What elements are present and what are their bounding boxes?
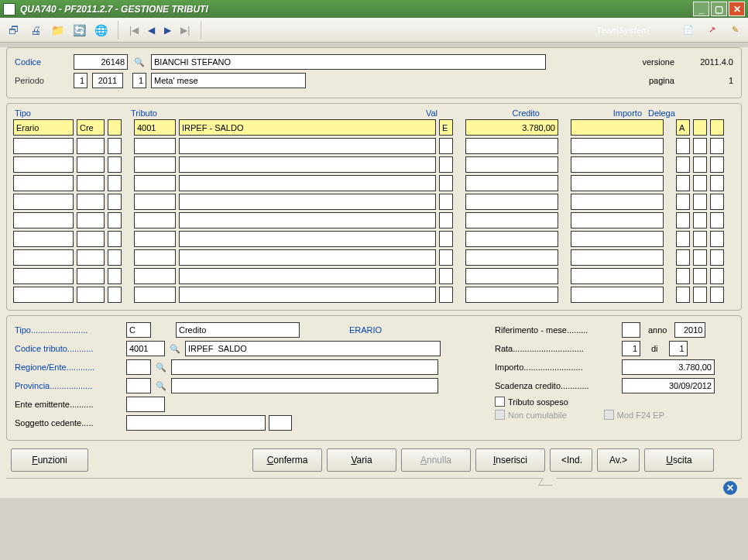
cell-credito[interactable] [465, 156, 558, 173]
cell-del3[interactable] [710, 156, 724, 173]
cell-trib-code[interactable] [134, 156, 176, 173]
av-button[interactable]: Av.> [597, 448, 640, 472]
cell-trib-code[interactable]: 4001 [134, 119, 176, 136]
export-icon[interactable]: ↗ [705, 23, 719, 37]
table-row[interactable] [12, 194, 736, 210]
cell-trib-desc[interactable] [179, 249, 436, 266]
cell-val[interactable]: E [439, 119, 453, 136]
codice-tributo-input[interactable] [126, 341, 165, 356]
cell-credito[interactable] [465, 194, 558, 210]
cell-trib-code[interactable] [134, 194, 176, 210]
table-row[interactable] [12, 212, 736, 228]
provincia-label[interactable]: Provincia.................. [15, 381, 123, 390]
cell-del1[interactable] [676, 138, 690, 154]
cell-tipo1[interactable] [13, 249, 74, 266]
edit-icon[interactable]: ✎ [728, 23, 742, 37]
table-row[interactable]: ErarioCre4001IRPEF - SALDOE3.780,00A [12, 119, 736, 136]
cell-tipo2[interactable] [77, 268, 105, 284]
codice-input[interactable] [74, 54, 128, 70]
cell-val[interactable] [439, 231, 453, 247]
cell-val[interactable] [439, 287, 453, 303]
cell-tipo3[interactable] [108, 156, 122, 173]
soggetto-extra-input[interactable] [269, 415, 292, 431]
cell-del1[interactable] [676, 249, 690, 266]
varia-button[interactable]: Varia [327, 448, 396, 472]
cell-del1[interactable] [676, 156, 690, 173]
cell-credito[interactable] [465, 249, 558, 266]
table-row[interactable] [12, 175, 736, 191]
table-row[interactable] [12, 156, 736, 173]
cell-importo[interactable] [571, 287, 664, 303]
cell-tipo3[interactable] [108, 119, 122, 136]
conferma-button[interactable]: Conferma [252, 448, 322, 472]
cell-tipo1[interactable] [13, 212, 74, 228]
cell-val[interactable] [439, 138, 453, 154]
nav-next-button[interactable]: ▶ [163, 25, 173, 36]
cell-credito[interactable] [465, 268, 558, 284]
cell-del3[interactable] [710, 268, 724, 284]
ente-input[interactable] [126, 397, 165, 412]
cell-del3[interactable] [710, 212, 724, 228]
pdf-icon[interactable]: 📄 [681, 23, 695, 37]
funzioni-button[interactable]: FFunzioniunzioni [11, 448, 88, 472]
codice-label[interactable]: Codice [15, 57, 69, 67]
cell-importo[interactable] [571, 119, 664, 136]
cell-del1[interactable] [676, 231, 690, 247]
cell-trib-desc[interactable] [179, 138, 436, 154]
globe-icon[interactable]: 🌐 [93, 22, 108, 38]
periodo-sub-input[interactable] [132, 73, 146, 88]
regione-label[interactable]: Regione/Ente............ [15, 362, 123, 372]
maximize-button[interactable]: ▢ [711, 2, 727, 16]
table-row[interactable] [12, 138, 736, 154]
cell-del1[interactable] [676, 287, 690, 303]
cell-del2[interactable] [693, 212, 707, 228]
cell-val[interactable] [439, 156, 453, 173]
cell-importo[interactable] [571, 156, 664, 173]
status-close-icon[interactable]: ✕ [723, 481, 737, 495]
cell-importo[interactable] [571, 194, 664, 210]
cell-tipo1[interactable] [13, 268, 74, 284]
cell-credito[interactable] [465, 175, 558, 191]
rif-anno-input[interactable] [674, 322, 705, 338]
cell-del1[interactable] [676, 194, 690, 210]
provincia-input[interactable] [126, 378, 151, 393]
cell-tipo1[interactable] [13, 231, 74, 247]
cell-tipo2[interactable] [77, 138, 105, 154]
print-icon[interactable]: 🖨 [28, 22, 43, 38]
close-button[interactable]: ✕ [729, 2, 745, 16]
cell-del3[interactable] [710, 119, 724, 136]
cell-del2[interactable] [693, 194, 707, 210]
cell-tipo3[interactable] [108, 268, 122, 284]
codice-lookup-icon[interactable]: 🔍 [132, 55, 146, 69]
new-window-icon[interactable]: 🗗 [6, 22, 22, 38]
cell-tipo3[interactable] [108, 231, 122, 247]
rata-tot-input[interactable] [669, 341, 688, 356]
cell-trib-code[interactable] [134, 287, 176, 303]
cell-del1[interactable]: A [676, 119, 690, 136]
cell-del1[interactable] [676, 212, 690, 228]
cell-trib-desc[interactable] [179, 156, 436, 173]
cell-trib-desc[interactable] [179, 212, 436, 228]
cell-tipo2[interactable] [77, 249, 105, 266]
inserisci-button[interactable]: Inserisci [475, 448, 545, 472]
cell-del2[interactable] [693, 175, 707, 191]
cell-del3[interactable] [710, 231, 724, 247]
cell-del2[interactable] [693, 138, 707, 154]
nav-prev-button[interactable]: ◀ [146, 25, 156, 36]
cell-tipo2[interactable] [77, 231, 105, 247]
cell-trib-desc[interactable]: IRPEF - SALDO [179, 119, 436, 136]
cell-trib-desc[interactable] [179, 194, 436, 210]
cell-trib-code[interactable] [134, 231, 176, 247]
cell-tipo2[interactable] [77, 175, 105, 191]
cell-trib-code[interactable] [134, 249, 176, 266]
nav-first-button[interactable]: |◀ [128, 25, 140, 36]
cell-del2[interactable] [693, 268, 707, 284]
cell-tipo2[interactable]: Cre [77, 119, 105, 136]
cell-tipo3[interactable] [108, 194, 122, 210]
cell-val[interactable] [439, 268, 453, 284]
cell-tipo2[interactable] [77, 194, 105, 210]
cell-tipo3[interactable] [108, 249, 122, 266]
minimize-button[interactable]: _ [693, 2, 709, 16]
table-row[interactable] [12, 249, 736, 266]
codice-tributo-label[interactable]: Codice tributo........... [15, 344, 123, 353]
